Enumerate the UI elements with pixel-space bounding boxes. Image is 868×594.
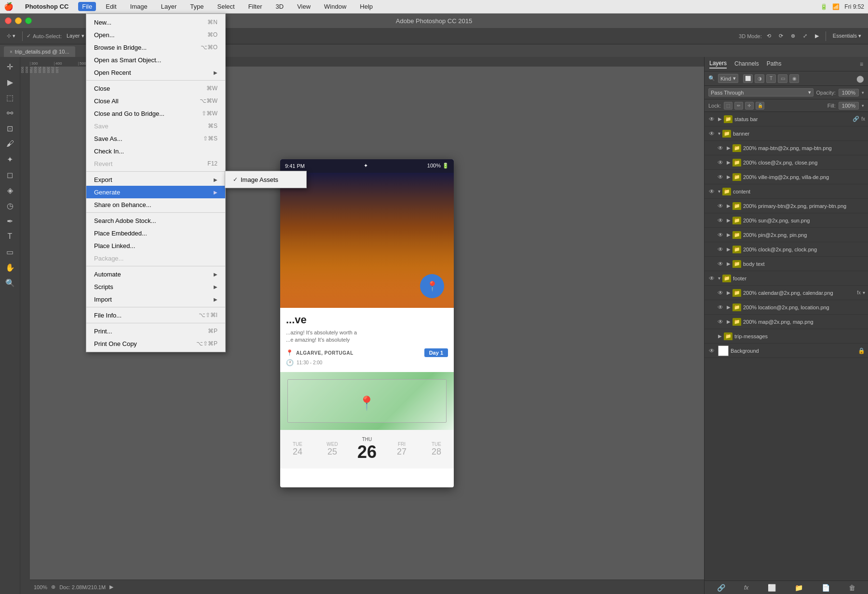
lock-position-icon[interactable]: ✏ [734, 102, 743, 110]
layer-expand-content[interactable]: ▾ [718, 189, 720, 194]
essentials-dropdown[interactable]: Essentials ▾ [830, 32, 864, 40]
eye-visibility-content[interactable]: 👁 [707, 187, 716, 196]
layer-expand-location[interactable]: ▶ [727, 304, 731, 310]
add-mask-icon[interactable]: ⬜ [766, 583, 778, 593]
layer-expand-ville[interactable]: ▶ [727, 174, 731, 180]
zoom-tool-icon[interactable]: 🔍 [2, 276, 18, 290]
menu-file[interactable]: File [78, 2, 96, 11]
3d-mode-btn3[interactable]: ⊕ [788, 32, 798, 40]
menu-help[interactable]: Help [356, 2, 377, 11]
tab-layers[interactable]: Layers [709, 60, 727, 69]
filter-adjustment-icon[interactable]: ◑ [755, 74, 764, 83]
eraser-tool-icon[interactable]: ◻ [2, 168, 18, 181]
layer-expand-close[interactable]: ▶ [727, 160, 731, 165]
eye-visibility-pin[interactable]: 👁 [716, 231, 725, 239]
layer-row-close[interactable]: 👁 ▶ 📁 200% close@2x.png, close.png [705, 155, 868, 170]
menu-print-one-copy[interactable]: Print One Copy ⌥⇧⌘P [86, 337, 225, 350]
play-icon[interactable]: ▶ [2, 75, 18, 89]
phone-map-btn[interactable]: 📍 [420, 274, 444, 298]
auto-select-type[interactable]: Layer ▾ [64, 32, 87, 40]
lock-move-icon[interactable]: ✛ [745, 102, 754, 110]
filter-shape-icon[interactable]: ▭ [778, 74, 787, 83]
eye-visibility-banner[interactable]: 👁 [707, 129, 716, 138]
clone-tool-icon[interactable]: ✦ [2, 152, 18, 166]
document-tab[interactable]: × trip_details.psd @ 10... [4, 46, 75, 57]
menu-save-as[interactable]: Save As... ⇧⌘S [86, 132, 225, 145]
menu-generate[interactable]: Generate ▶ [86, 186, 225, 198]
menu-edit[interactable]: Edit [102, 2, 120, 11]
menu-close[interactable]: Close ⌘W [86, 82, 225, 95]
layer-expand-map-btn[interactable]: ▶ [727, 145, 731, 151]
move-tool[interactable]: ⊹ ▾ [4, 32, 18, 40]
shape-tool-icon[interactable]: ▭ [2, 245, 18, 259]
eye-visibility-body-text[interactable]: 👁 [716, 260, 725, 268]
layer-row-content[interactable]: 👁 ▾ 📁 content [705, 184, 868, 199]
menu-layer[interactable]: Layer [157, 2, 181, 11]
menu-scripts[interactable]: Scripts ▶ [86, 280, 225, 293]
filter-kind-dropdown[interactable]: Kind ▾ [718, 74, 738, 83]
menu-save[interactable]: Save ⌘S [86, 120, 225, 132]
layer-row-ville[interactable]: 👁 ▶ 📁 200% ville-img@2x.png, villa-de.pn… [705, 170, 868, 184]
eye-visibility-ville[interactable]: 👁 [716, 173, 725, 181]
layer-fx-status-bar[interactable]: fx [861, 116, 865, 122]
eye-visibility-map[interactable]: 👁 [716, 318, 725, 326]
tab-channels[interactable]: Channels [734, 60, 759, 68]
menu-type[interactable]: Type [186, 2, 207, 11]
layer-row-banner[interactable]: 👁 ▾ 📁 banner [705, 126, 868, 141]
eye-visibility-footer[interactable]: 👁 [707, 274, 716, 283]
3d-mode-btn1[interactable]: ⟲ [764, 32, 774, 40]
layer-row-footer[interactable]: 👁 ▾ 📁 footer [705, 271, 868, 286]
layer-expand-map[interactable]: ▶ [727, 319, 731, 324]
layer-expand-pin[interactable]: ▶ [727, 232, 731, 237]
layer-row-background[interactable]: 👁 Background 🔒 [705, 344, 868, 358]
eye-visibility-sun[interactable]: 👁 [716, 216, 725, 225]
menu-image[interactable]: Image [126, 2, 151, 11]
layer-expand-footer[interactable]: ▾ [718, 276, 720, 281]
select-tool-icon[interactable]: ⬚ [2, 91, 18, 104]
layer-row-map-btn[interactable]: 👁 ▶ 📁 200% map-btn@2x.png, map-btn.png [705, 141, 868, 155]
new-group-icon[interactable]: 📁 [793, 583, 805, 593]
menu-open-recent[interactable]: Open Recent ▶ [86, 66, 225, 79]
menu-print[interactable]: Print... ⌘P [86, 325, 225, 337]
layer-row-status-bar[interactable]: 👁 ▶ 📁 status bar 🔗 fx [705, 112, 868, 126]
layer-row-calendar[interactable]: 👁 ▶ 📁 200% calendar@2x.png, calendar.png… [705, 286, 868, 300]
gradient-tool-icon[interactable]: ◈ [2, 183, 18, 197]
layer-row-pin[interactable]: 👁 ▶ 📁 200% pin@2x.png, pin.png [705, 228, 868, 242]
layer-expand-banner[interactable]: ▾ [718, 131, 720, 136]
filter-type-icon[interactable]: T [766, 74, 776, 83]
eye-visibility-calendar[interactable]: 👁 [716, 289, 725, 297]
tab-paths[interactable]: Paths [767, 60, 782, 68]
eye-visibility-status-bar[interactable]: 👁 [707, 115, 716, 124]
panel-menu-icon[interactable]: ≡ [860, 61, 863, 68]
filter-pixel-icon[interactable]: ⬜ [743, 74, 753, 83]
layer-link-status-bar[interactable]: 🔗 [853, 116, 859, 122]
submenu-image-assets[interactable]: ✓ Image Assets [225, 173, 306, 186]
eye-visibility-location[interactable]: 👁 [716, 303, 725, 312]
apple-icon[interactable]: 🍎 [4, 2, 14, 11]
maximize-button[interactable] [25, 17, 32, 24]
new-layer-icon[interactable]: 📄 [820, 583, 832, 593]
menu-close-bridge[interactable]: Close and Go to Bridge... ⇧⌘W [86, 107, 225, 120]
menu-close-all[interactable]: Close All ⌥⌘W [86, 95, 225, 107]
tab-close-icon[interactable]: × [10, 49, 13, 55]
menu-adobe-stock[interactable]: Search Adobe Stock... [86, 214, 225, 227]
minimize-button[interactable] [15, 17, 22, 24]
layer-row-trip-messages[interactable]: 👁 ▶ 📁 trip-messages [705, 329, 868, 344]
layer-expand-clock[interactable]: ▶ [727, 247, 731, 252]
eye-visibility-clock[interactable]: 👁 [716, 245, 725, 254]
menu-export[interactable]: Export ▶ [86, 173, 225, 186]
close-button[interactable] [5, 17, 12, 24]
layer-row-primary-btn[interactable]: 👁 ▶ 📁 200% primary-btn@2x.png, primary-b… [705, 199, 868, 213]
text-tool-icon[interactable]: T [2, 230, 18, 243]
menu-file-info[interactable]: File Info... ⌥⇧⌘I [86, 309, 225, 321]
filter-smart-icon[interactable]: ◉ [789, 74, 799, 83]
calendar-fx-icon[interactable]: fx [857, 290, 861, 295]
pen-tool-icon[interactable]: ✒ [2, 214, 18, 228]
hand-tool-icon[interactable]: ✋ [2, 261, 18, 274]
3d-mode-btn2[interactable]: ⟳ [776, 32, 786, 40]
crop-tool-icon[interactable]: ⊡ [2, 122, 18, 135]
menu-browse-bridge[interactable]: Browse in Bridge... ⌥⌘O [86, 41, 225, 54]
menu-package[interactable]: Package... [86, 252, 225, 264]
layer-row-body-text[interactable]: 👁 ▶ 📁 body text [705, 257, 868, 271]
layer-row-location[interactable]: 👁 ▶ 📁 200% location@2x.png, location.png [705, 300, 868, 315]
